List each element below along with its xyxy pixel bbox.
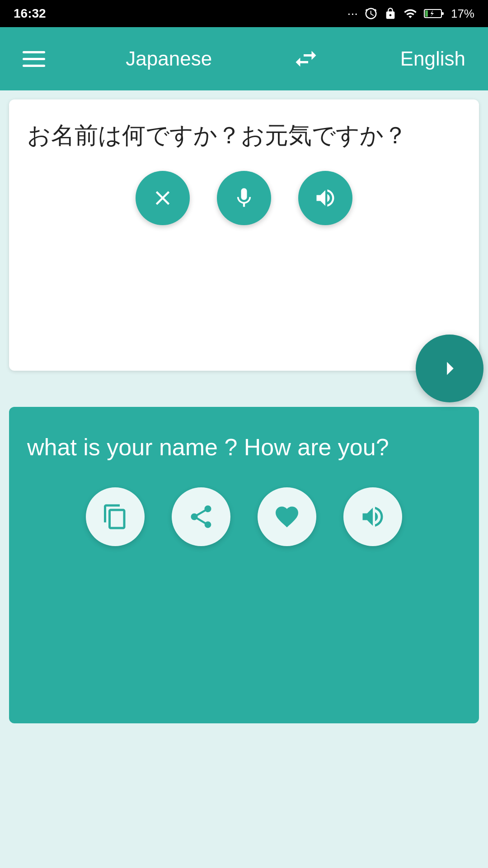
- clear-button[interactable]: [136, 171, 190, 225]
- output-text: what is your name ? How are you?: [27, 429, 461, 465]
- swap-languages-icon[interactable]: [292, 45, 319, 72]
- svg-rect-2: [425, 10, 428, 17]
- source-language[interactable]: Japanese: [126, 47, 212, 70]
- translate-button[interactable]: [416, 335, 483, 402]
- output-actions: [27, 487, 461, 551]
- svg-rect-1: [441, 12, 444, 15]
- battery-icon: [424, 8, 445, 19]
- lock-icon: [384, 7, 397, 20]
- input-text[interactable]: お名前は何ですか？お元気ですか？: [27, 118, 461, 153]
- menu-icon[interactable]: [23, 51, 45, 67]
- input-actions: [27, 171, 461, 230]
- output-speaker-button[interactable]: [343, 487, 402, 546]
- status-time: 16:32: [14, 6, 46, 21]
- battery-percent: 17%: [451, 7, 474, 21]
- mic-button[interactable]: [217, 171, 271, 225]
- status-icons: ··· 17%: [347, 6, 474, 21]
- status-bar: 16:32 ··· 17%: [0, 0, 488, 27]
- target-language[interactable]: English: [400, 47, 465, 70]
- input-speaker-button[interactable]: [298, 171, 352, 225]
- signal-icon: [403, 7, 418, 20]
- dots-icon: ···: [347, 6, 358, 21]
- share-button[interactable]: [172, 487, 230, 546]
- favorite-button[interactable]: [258, 487, 316, 546]
- output-section: what is your name ? How are you?: [9, 407, 479, 723]
- alarm-icon: [364, 7, 378, 20]
- input-section: お名前は何ですか？お元気ですか？: [9, 99, 479, 371]
- copy-button[interactable]: [86, 487, 145, 546]
- nav-bar: Japanese English: [0, 27, 488, 90]
